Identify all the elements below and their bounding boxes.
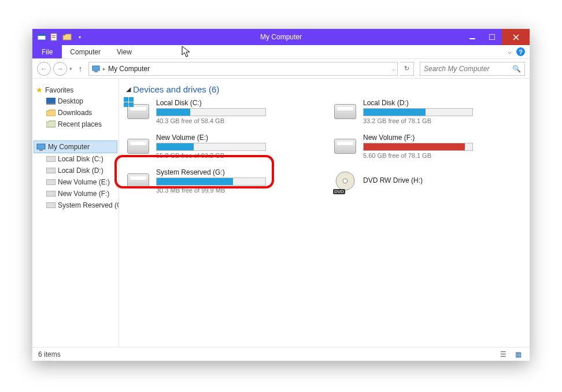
drive-name: New Volume (F:)	[363, 134, 523, 142]
details-view-button[interactable]: ☰	[497, 350, 509, 358]
drive-free-text: 40.3 GB free of 58.4 GB	[156, 117, 316, 124]
minimize-button[interactable]	[463, 29, 482, 45]
system-menu-icon[interactable]	[37, 32, 46, 42]
drive-item[interactable]: New Volume (E:)55.0 GB free of 83.2 GB	[126, 134, 316, 159]
tree-item-disk-g[interactable]: System Reserved (G:)	[34, 199, 117, 211]
tree-item-desktop[interactable]: Desktop	[34, 95, 117, 107]
close-button[interactable]	[502, 29, 530, 45]
drive-icon	[46, 166, 56, 175]
drive-info: Local Disk (D:)33.2 GB free of 78.1 GB	[363, 99, 523, 124]
tree-item-label: Desktop	[58, 97, 83, 105]
svg-rect-9	[46, 98, 56, 103]
quick-access-toolbar: ▾	[32, 32, 84, 42]
navigation-pane[interactable]: ★ Favorites Desktop Downloads Recent pla…	[32, 79, 119, 347]
help-icon[interactable]: ?	[516, 47, 525, 56]
properties-icon[interactable]	[50, 32, 59, 42]
svg-rect-21	[129, 102, 134, 107]
drive-item[interactable]: System Reserved (G:)30.3 MB free of 99.9…	[126, 168, 316, 194]
drive-info: Local Disk (C:)40.3 GB free of 58.4 GB	[156, 99, 316, 124]
ribbon-tab-view[interactable]: View	[109, 45, 140, 58]
drive-icon	[46, 201, 56, 210]
hard-drive-icon	[333, 134, 357, 158]
group-header-devices[interactable]: ◢ Devices and drives (6)	[126, 84, 523, 94]
svg-rect-12	[39, 150, 43, 151]
capacity-bar	[363, 108, 473, 116]
file-tab[interactable]: File	[32, 45, 62, 58]
tree-item-disk-d[interactable]: Local Disk (D:)	[34, 165, 117, 176]
drive-free-text: 30.3 MB free of 99.9 MB	[156, 187, 316, 194]
tree-item-label: System Reserved (G:)	[58, 201, 119, 209]
maximize-button[interactable]	[482, 29, 502, 45]
drive-free-text: 33.2 GB free of 78.1 GB	[363, 117, 523, 124]
tiles-view-button[interactable]: ▦	[512, 350, 524, 358]
navigation-bar: ← → ▾ ↑ ▸ My Computer ⌵ ↻ 🔍	[32, 59, 530, 79]
search-input[interactable]	[424, 65, 512, 73]
hard-drive-icon	[126, 169, 150, 193]
drive-icon	[46, 177, 56, 187]
search-icon[interactable]: 🔍	[512, 65, 521, 73]
tree-item-label: Downloads	[58, 109, 92, 117]
capacity-bar-fill	[364, 143, 465, 150]
collapse-arrow-icon[interactable]: ◢	[126, 86, 131, 93]
tree-item-label: My Computer	[48, 143, 90, 151]
drive-icon	[46, 154, 56, 164]
address-dropdown-icon[interactable]: ⌵	[392, 66, 395, 72]
windows-logo-icon	[124, 97, 134, 109]
svg-rect-16	[46, 191, 56, 197]
svg-rect-3	[52, 35, 56, 36]
explorer-body: ★ Favorites Desktop Downloads Recent pla…	[32, 79, 530, 347]
capacity-bar	[363, 143, 473, 151]
drive-item[interactable]: Local Disk (D:)33.2 GB free of 78.1 GB	[333, 99, 523, 124]
svg-rect-17	[46, 202, 56, 208]
content-pane[interactable]: ◢ Devices and drives (6) Local Disk (C:)…	[119, 79, 530, 347]
drive-item[interactable]: Local Disk (C:)40.3 GB free of 58.4 GB	[126, 99, 316, 124]
drive-info: New Volume (F:)5.60 GB free of 78.1 GB	[363, 134, 523, 159]
qat-dropdown-icon[interactable]: ▾	[75, 32, 84, 42]
tree-item-downloads[interactable]: Downloads	[34, 107, 117, 119]
back-button[interactable]: ←	[37, 62, 51, 76]
svg-rect-14	[46, 168, 56, 173]
capacity-bar	[156, 177, 266, 186]
tree-item-disk-e[interactable]: New Volume (E:)	[34, 176, 117, 188]
breadcrumb-text[interactable]: My Computer	[108, 65, 390, 73]
tree-item-my-computer[interactable]: My Computer	[34, 140, 117, 153]
status-item-count: 6 items	[38, 350, 61, 358]
drive-info: DVD RW Drive (H:)	[363, 176, 523, 186]
ribbon-tabs: File Computer View ⌵ ?	[32, 45, 530, 59]
recent-locations-icon[interactable]: ▾	[69, 66, 72, 72]
drive-item[interactable]: New Volume (F:)5.60 GB free of 78.1 GB	[333, 134, 523, 159]
svg-rect-1	[38, 34, 46, 36]
ribbon-expand-icon[interactable]: ⌵	[508, 48, 512, 56]
svg-rect-7	[93, 66, 99, 71]
tree-item-disk-c[interactable]: Local Disk (C:)	[34, 153, 117, 165]
capacity-bar-fill	[364, 109, 426, 116]
star-icon: ★	[36, 86, 43, 94]
up-button[interactable]: ↑	[75, 64, 86, 73]
status-bar: 6 items ☰ ▦	[32, 347, 530, 361]
new-folder-icon[interactable]	[62, 32, 72, 42]
window-title: My Computer	[32, 33, 530, 41]
breadcrumb-chevron-icon[interactable]: ▸	[103, 66, 106, 72]
explorer-window: ▾ My Computer File Computer View ⌵ ? ← →…	[32, 29, 530, 361]
search-box[interactable]: 🔍	[420, 62, 525, 76]
drives-grid: Local Disk (C:)40.3 GB free of 58.4 GBLo…	[126, 99, 523, 194]
capacity-bar	[156, 108, 266, 116]
address-bar[interactable]: ▸ My Computer ⌵	[88, 62, 398, 76]
folder-icon	[46, 108, 56, 117]
group-title: Devices and drives (6)	[133, 84, 219, 94]
favorites-header[interactable]: ★ Favorites	[34, 84, 117, 95]
tree-item-recent[interactable]: Recent places	[34, 119, 117, 130]
refresh-button[interactable]: ↻	[400, 62, 414, 76]
svg-rect-6	[489, 34, 495, 40]
forward-button[interactable]: →	[53, 62, 67, 76]
title-bar[interactable]: ▾ My Computer	[32, 29, 530, 45]
favorites-section: ★ Favorites Desktop Downloads Recent pla…	[34, 84, 117, 130]
dvd-drive-icon: DVD	[333, 169, 357, 193]
tree-item-disk-f[interactable]: New Volume (F:)	[34, 188, 117, 199]
ribbon-tab-computer[interactable]: Computer	[62, 45, 109, 58]
drive-item[interactable]: DVDDVD RW Drive (H:)	[333, 168, 523, 194]
capacity-bar-fill	[157, 178, 233, 185]
svg-rect-13	[46, 156, 56, 162]
hard-drive-icon	[333, 99, 357, 124]
computer-icon	[36, 142, 46, 151]
